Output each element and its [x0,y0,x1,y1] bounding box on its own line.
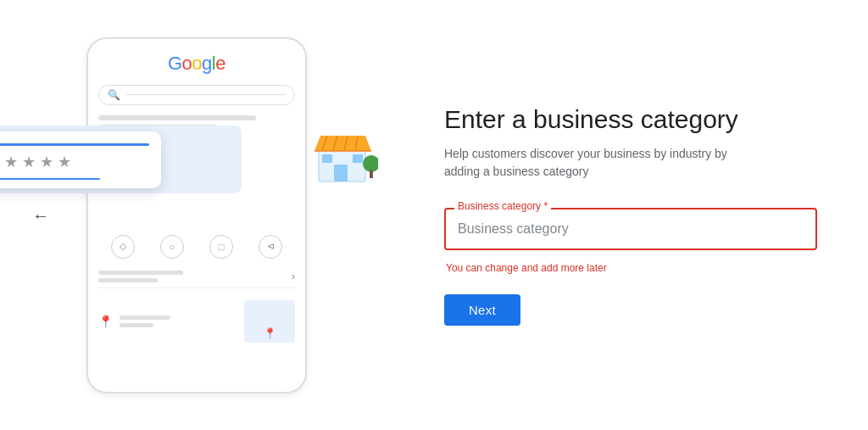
list-line-2 [98,278,158,282]
phone-map-row: 📍 📍 [98,300,295,343]
map-pin-icon: 📍 [98,315,113,328]
map-line-1 [120,316,170,320]
phone-list-item: › [98,265,295,288]
svg-rect-2 [322,154,332,163]
map-line-2 [120,323,153,327]
business-category-field-container: Business category * [444,208,817,250]
next-button[interactable]: Next [444,294,520,326]
svg-rect-3 [353,154,363,163]
business-category-label: Business category * [454,200,551,212]
chevron-right-icon: › [292,271,295,282]
google-logo: Google [98,53,295,75]
share-icon-circle: ⊲ [259,235,282,259]
business-category-input[interactable] [444,208,817,250]
left-panel: Google 🔍 ◇ ○ □ [0,0,393,430]
store-illustration [310,117,378,188]
map-thumbnail: 📍 [244,300,295,343]
right-panel: Enter a business category Help customers… [393,70,868,360]
phone-mockup: Google 🔍 ◇ ○ □ [86,37,307,394]
form-title: Enter a business category [444,104,817,135]
map-thumbnail-pin: 📍 [264,327,276,339]
field-hint: You can change and add more later [446,262,817,274]
content-line-1 [98,115,256,120]
phone-icon-circle: ○ [160,235,184,259]
card-blue-line [0,143,149,146]
search-bar: 🔍 [98,85,295,105]
business-card: ★ ★ ★ ★ ★ [0,131,161,188]
location-icon-circle: ◇ [111,235,135,259]
card-blue-line-thin [0,178,100,180]
phone-icons-row: ◇ ○ □ ⊲ [98,235,295,259]
svg-rect-1 [334,165,348,181]
card-stars: ★ ★ ★ ★ ★ [0,153,149,171]
list-line-1 [98,271,183,275]
page-container: ← Google 🔍 [0,0,868,430]
search-icon-small: 🔍 [108,89,120,101]
svg-rect-11 [370,170,373,178]
phone-list-lines [98,271,183,282]
bookmark-icon-circle: □ [209,235,233,259]
form-subtitle: Help customers discover your business by… [444,145,732,181]
